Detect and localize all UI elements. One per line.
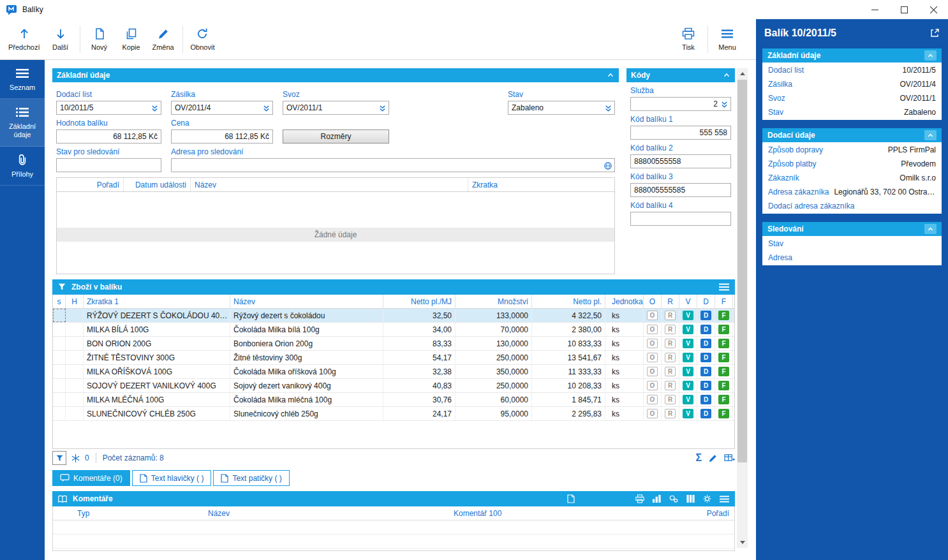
- open-in-window-icon[interactable]: [929, 28, 940, 38]
- menu-button[interactable]: Menu: [711, 19, 743, 59]
- info-row[interactable]: Adresa zákazníka Legionářů 33, 702 00 Os…: [762, 185, 942, 199]
- flag-v-badge[interactable]: V: [683, 409, 693, 418]
- flag-v-badge[interactable]: V: [683, 353, 693, 362]
- basic-panel-header[interactable]: Základní údaje: [52, 68, 619, 82]
- flag-r-badge[interactable]: R: [665, 395, 676, 404]
- copy-button[interactable]: Kopie: [115, 19, 147, 59]
- info-row[interactable]: Dodací list 10/2011/5: [762, 63, 942, 77]
- flag-o-badge[interactable]: O: [647, 395, 658, 404]
- dropdown-icon[interactable]: [720, 100, 729, 108]
- flag-o-badge[interactable]: O: [647, 311, 658, 320]
- flag-f-badge[interactable]: F: [718, 367, 729, 376]
- flag-r-badge[interactable]: R: [665, 311, 676, 320]
- maximize-button[interactable]: [889, 0, 919, 19]
- column-header[interactable]: Datum události: [124, 178, 191, 191]
- flag-r-badge[interactable]: R: [665, 353, 676, 362]
- flag-d-badge[interactable]: D: [700, 409, 711, 418]
- flag-v-badge[interactable]: V: [683, 381, 693, 390]
- scrollbar-thumb[interactable]: [737, 80, 747, 462]
- info-row[interactable]: Svoz OV/2011/1: [762, 91, 942, 105]
- flag-v-badge[interactable]: V: [683, 311, 693, 320]
- flag-d-badge[interactable]: D: [700, 353, 711, 362]
- column-header[interactable]: Název: [191, 178, 468, 191]
- flag-d-badge[interactable]: D: [700, 381, 711, 390]
- sidebar-item-prilohy[interactable]: Přílohy: [0, 147, 45, 186]
- table-row[interactable]: SLUNEČNICOVÝ CHLÉB 250G Slunečnicový chl…: [53, 407, 734, 421]
- filter-toggle-button[interactable]: [52, 451, 66, 465]
- info-row[interactable]: Zásilka OV/2011/4: [762, 77, 942, 91]
- column-header[interactable]: Komentář 100: [454, 506, 664, 520]
- freeze-icon[interactable]: [71, 453, 80, 463]
- column-header[interactable]: Jednotka: [605, 295, 644, 308]
- previous-button[interactable]: Předchozí: [4, 19, 45, 59]
- flag-d-badge[interactable]: D: [700, 325, 711, 334]
- chevron-up-icon[interactable]: [924, 130, 937, 140]
- flag-o-badge[interactable]: O: [647, 381, 658, 390]
- info-row[interactable]: Způsob platby Převodem: [762, 157, 942, 171]
- table-row[interactable]: ŽITNÉ TĚSTOVINY 300G Žitné těstoviny 300…: [53, 351, 734, 365]
- column-header[interactable]: V: [679, 295, 697, 308]
- datasheet-icon[interactable]: [724, 453, 735, 463]
- chevron-up-icon[interactable]: [924, 224, 937, 234]
- kod-baliku-3-input[interactable]: 888005555585: [630, 183, 731, 197]
- flag-f-badge[interactable]: F: [718, 311, 729, 320]
- section-header[interactable]: Sledování: [762, 222, 942, 236]
- chevron-up-icon[interactable]: [607, 71, 614, 79]
- flag-v-badge[interactable]: V: [683, 395, 693, 404]
- hodnota-input[interactable]: 68 112,85 Kč: [56, 129, 161, 144]
- column-header[interactable]: R: [662, 295, 679, 308]
- globe-icon[interactable]: [604, 161, 612, 170]
- info-row[interactable]: Způsob dopravy PPLS FirmPal: [762, 143, 942, 157]
- flag-r-badge[interactable]: R: [665, 325, 676, 334]
- flag-r-badge[interactable]: R: [665, 367, 676, 376]
- columns-icon[interactable]: [686, 494, 695, 503]
- chevron-up-icon[interactable]: [723, 71, 730, 79]
- flag-f-badge[interactable]: F: [718, 325, 729, 334]
- flag-d-badge[interactable]: D: [700, 339, 711, 348]
- sidebar-item-seznam[interactable]: Seznam: [0, 60, 45, 99]
- flag-d-badge[interactable]: D: [700, 367, 711, 376]
- flag-r-badge[interactable]: R: [665, 409, 676, 418]
- table-row[interactable]: MILKA MLÉČNÁ 100G Čokoláda Milka mléčná …: [53, 393, 734, 407]
- edit-icon[interactable]: [708, 453, 718, 463]
- column-header[interactable]: Název: [230, 295, 383, 308]
- close-button[interactable]: [919, 0, 948, 19]
- edit-button[interactable]: Změna: [147, 19, 179, 59]
- info-row[interactable]: Adresa: [762, 251, 942, 265]
- rozmery-button[interactable]: Rozměry: [283, 129, 389, 144]
- flag-o-badge[interactable]: O: [647, 325, 658, 334]
- tab-komentare[interactable]: Komentáře (0): [52, 470, 130, 486]
- flag-d-badge[interactable]: D: [700, 395, 711, 404]
- flag-v-badge[interactable]: V: [683, 339, 693, 348]
- kod-baliku-4-input[interactable]: [630, 212, 731, 226]
- flag-f-badge[interactable]: F: [718, 353, 729, 362]
- chevron-up-icon[interactable]: [924, 50, 937, 61]
- column-header[interactable]: H: [66, 295, 84, 308]
- info-row[interactable]: Zákazník Omilk s.r.o: [762, 171, 942, 185]
- tab-text-hlavicky[interactable]: Text hlavičky ( ): [132, 470, 212, 486]
- column-header[interactable]: Množství: [455, 295, 532, 308]
- column-header[interactable]: Zkratka: [468, 178, 614, 191]
- kod-baliku-2-input[interactable]: 88800555558: [630, 154, 731, 168]
- scroll-down-arrow[interactable]: [737, 537, 748, 548]
- flag-o-badge[interactable]: O: [647, 409, 658, 418]
- dropdown-icon[interactable]: [604, 104, 612, 112]
- print-button[interactable]: Tisk: [672, 19, 704, 59]
- flag-d-badge[interactable]: D: [700, 311, 711, 320]
- column-header[interactable]: D: [697, 295, 715, 308]
- info-row[interactable]: Stav Zabaleno: [762, 105, 942, 119]
- table-row[interactable]: MILKA OŘÍŠKOVÁ 100G Čokoláda Milka oříšk…: [53, 365, 734, 379]
- info-row[interactable]: Dodací adresa zákazníka: [762, 199, 942, 213]
- kod-baliku-1-input[interactable]: 555 558: [630, 126, 731, 140]
- info-row[interactable]: Stav: [762, 237, 942, 251]
- column-header[interactable]: Pořadí: [57, 178, 124, 191]
- settings-icon[interactable]: [702, 494, 712, 503]
- chart-icon[interactable]: [652, 494, 662, 503]
- dropdown-icon[interactable]: [262, 104, 270, 112]
- flag-f-badge[interactable]: F: [718, 339, 729, 348]
- refresh-button[interactable]: Obnovit: [186, 19, 219, 59]
- printer-icon[interactable]: [635, 494, 645, 503]
- cena-input[interactable]: 68 112,85 Kč: [171, 129, 273, 144]
- flag-r-badge[interactable]: R: [665, 339, 676, 348]
- vertical-scrollbar[interactable]: [737, 68, 748, 548]
